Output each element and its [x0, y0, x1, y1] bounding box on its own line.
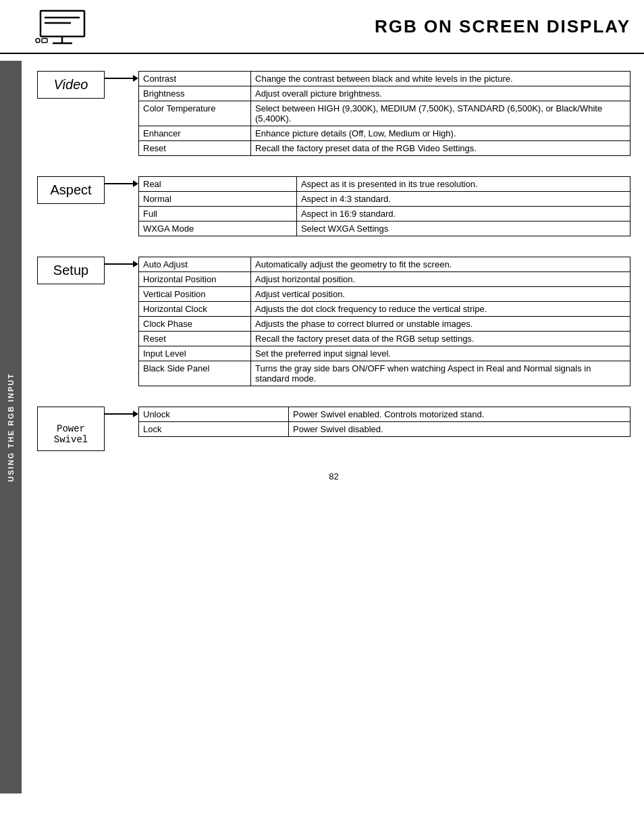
- item-name: Black Side Panel: [139, 361, 251, 386]
- sidebar: USING THE RGB INPUT: [0, 61, 22, 793]
- item-name: Reset: [139, 141, 251, 156]
- table-row: Full Aspect in 16:9 standard.: [139, 207, 630, 221]
- item-desc: Adjust horizontal position.: [251, 272, 630, 287]
- item-name: Normal: [139, 192, 297, 207]
- table-row: Input Level Set the preferred input sign…: [139, 346, 630, 361]
- table-row: Reset Recall the factory preset data of …: [139, 141, 630, 156]
- table-row: Clock Phase Adjusts the phase to correct…: [139, 317, 630, 332]
- setup-arrow: [105, 257, 138, 267]
- page-header: RGB ON SCREEN DISPLAY: [0, 0, 644, 54]
- item-desc: Automatically adjust the geometry to fit…: [251, 257, 630, 272]
- power-swivel-label: Power Swivel: [54, 423, 88, 445]
- item-name: Real: [139, 177, 297, 192]
- power-swivel-label-box: Power Swivel: [37, 407, 105, 451]
- svg-rect-6: [42, 38, 47, 43]
- item-desc: Recall the factory preset data of the RG…: [251, 141, 630, 156]
- power-swivel-section: Power Swivel Unlock Power Swivel enabled…: [37, 407, 630, 451]
- item-desc: Adjusts the dot clock frequency to reduc…: [251, 302, 630, 317]
- item-name: WXGA Mode: [139, 221, 297, 236]
- page-title: RGB ON SCREEN DISPLAY: [375, 16, 630, 37]
- item-name: Input Level: [139, 346, 251, 361]
- item-name: Contrast: [139, 72, 251, 86]
- item-desc: Aspect in 16:9 standard.: [296, 207, 630, 221]
- item-name: Unlock: [139, 407, 289, 422]
- table-row: Reset Recall the factory preset data of …: [139, 332, 630, 346]
- item-desc: Adjust overall picture brightness.: [251, 86, 630, 101]
- item-name: Clock Phase: [139, 317, 251, 332]
- aspect-label-box: Aspect: [37, 176, 105, 204]
- table-row: Contrast Change the contrast between bla…: [139, 72, 630, 86]
- table-row: Black Side Panel Turns the gray side bar…: [139, 361, 630, 386]
- svg-point-5: [36, 38, 40, 43]
- item-name: Brightness: [139, 86, 251, 101]
- aspect-items-table: Real Aspect as it is presented in its tr…: [138, 176, 630, 236]
- aspect-label: Aspect: [50, 182, 91, 197]
- page-number: 82: [37, 471, 630, 481]
- item-desc: Change the contrast between black and wh…: [251, 72, 630, 86]
- item-name: Horizontal Position: [139, 272, 251, 287]
- item-desc: Adjust vertical position.: [251, 287, 630, 302]
- video-items-table: Contrast Change the contrast between bla…: [138, 71, 630, 156]
- power-swivel-items-table: Unlock Power Swivel enabled. Controls mo…: [138, 407, 630, 437]
- item-desc: Set the preferred input signal level.: [251, 346, 630, 361]
- video-section: Video Contrast Change the contrast betwe…: [37, 71, 630, 156]
- main-content: Video Contrast Change the contrast betwe…: [24, 54, 644, 492]
- table-row: Horizontal Clock Adjusts the dot clock f…: [139, 302, 630, 317]
- power-swivel-arrow: [105, 407, 138, 417]
- table-row: Brightness Adjust overall picture bright…: [139, 86, 630, 101]
- item-desc: Turns the gray side bars ON/OFF when wat…: [251, 361, 630, 386]
- item-desc: Aspect in 4:3 standard.: [296, 192, 630, 207]
- item-desc: Power Swivel disabled.: [289, 422, 630, 437]
- setup-section: Setup Auto Adjust Automatically adjust t…: [37, 257, 630, 386]
- table-row: Real Aspect as it is presented in its tr…: [139, 177, 630, 192]
- video-arrow: [105, 71, 138, 82]
- table-row: Auto Adjust Automatically adjust the geo…: [139, 257, 630, 272]
- logo-icon: [34, 9, 88, 43]
- item-name: Horizontal Clock: [139, 302, 251, 317]
- item-name: Lock: [139, 422, 289, 437]
- setup-label-box: Setup: [37, 257, 105, 284]
- item-desc: Recall the factory preset data of the RG…: [251, 332, 630, 346]
- setup-items-table: Auto Adjust Automatically adjust the geo…: [138, 257, 630, 386]
- video-label-box: Video: [37, 71, 105, 99]
- table-row: Enhancer Enhance picture details (Off, L…: [139, 126, 630, 141]
- sidebar-label: USING THE RGB INPUT: [7, 373, 15, 481]
- item-desc: Enhance picture details (Off, Low, Mediu…: [251, 126, 630, 141]
- table-row: Horizontal Position Adjust horizontal po…: [139, 272, 630, 287]
- item-desc: Select WXGA Settings: [296, 221, 630, 236]
- table-row: Color Temperature Select between HIGH (9…: [139, 101, 630, 126]
- table-row: Vertical Position Adjust vertical positi…: [139, 287, 630, 302]
- item-name: Enhancer: [139, 126, 251, 141]
- item-name: Auto Adjust: [139, 257, 251, 272]
- item-desc: Power Swivel enabled. Controls motorized…: [289, 407, 630, 422]
- table-row: Unlock Power Swivel enabled. Controls mo…: [139, 407, 630, 422]
- item-name: Color Temperature: [139, 101, 251, 126]
- item-desc: Select between HIGH (9,300K), MEDIUM (7,…: [251, 101, 630, 126]
- item-name: Vertical Position: [139, 287, 251, 302]
- item-name: Reset: [139, 332, 251, 346]
- table-row: Normal Aspect in 4:3 standard.: [139, 192, 630, 207]
- aspect-section: Aspect Real Aspect as it is presented in…: [37, 176, 630, 236]
- item-name: Full: [139, 207, 297, 221]
- table-row: Lock Power Swivel disabled.: [139, 422, 630, 437]
- item-desc: Aspect as it is presented in its true re…: [296, 177, 630, 192]
- table-row: WXGA Mode Select WXGA Settings: [139, 221, 630, 236]
- item-desc: Adjusts the phase to correct blurred or …: [251, 317, 630, 332]
- video-label: Video: [54, 77, 88, 92]
- aspect-arrow: [105, 176, 138, 187]
- setup-label: Setup: [53, 263, 88, 278]
